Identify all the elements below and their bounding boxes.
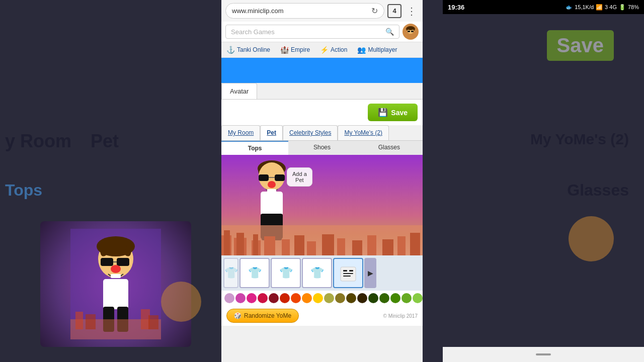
empire-icon: 🏰 (280, 46, 289, 54)
svg-rect-6 (117, 258, 129, 266)
copyright-text: © Miniclip 2017 (383, 313, 418, 319)
svg-rect-41 (224, 230, 230, 255)
color-swatch-16[interactable] (401, 293, 412, 303)
shirt-icon-1: 👕 (224, 266, 238, 280)
nav-tabs: ⚓ Tanki Online 🏰 Empire ⚡ Action 👥 Multi… (221, 42, 423, 58)
svg-rect-35 (261, 192, 283, 216)
bg-save-btn: Save (547, 30, 614, 61)
bg-glasses-label: Glasses (567, 181, 629, 200)
tanki-icon: ⚓ (226, 46, 235, 54)
svg-rect-61 (343, 276, 351, 277)
status-signal-text: 15,1K/d (575, 4, 594, 10)
battery-text: 78% (628, 4, 639, 10)
multiplayer-icon: 👥 (357, 46, 366, 54)
nav-tab-action[interactable]: ⚡ Action (315, 42, 352, 57)
save-icon: 💾 (378, 108, 388, 117)
browser-menu-button[interactable]: ⋮ (405, 5, 419, 17)
status-time: 19:36 (448, 4, 464, 11)
shirt-icon-2: 👕 (248, 266, 262, 280)
cloth-tab-shoes[interactable]: Shoes (288, 141, 355, 155)
bg-room-label: y Room (5, 131, 71, 152)
city-silhouette-svg (221, 225, 423, 255)
clothing-sub-tabs: Tops Shoes Glasses (221, 141, 423, 155)
color-swatch-1[interactable] (235, 293, 246, 303)
nav-tab-multiplayer[interactable]: 👥 Multiplayer (352, 42, 402, 57)
add-pet-label: Add a Pet (292, 171, 307, 183)
color-swatch-13[interactable] (368, 293, 378, 303)
color-swatch-3[interactable] (258, 293, 268, 303)
svg-rect-50 (322, 234, 334, 255)
signal-icon: 🐟 (566, 4, 573, 11)
svg-rect-9 (111, 274, 121, 278)
avatar-tab[interactable]: Avatar (221, 83, 257, 99)
color-swatch-10[interactable] (335, 293, 345, 303)
color-swatch-14[interactable] (379, 293, 389, 303)
status-icons: 🐟 15,1K/d 📶 3 4G 🔋 78% (566, 4, 639, 11)
avatar-tab-row: Avatar (221, 83, 423, 100)
clothing-item-selected[interactable] (333, 258, 363, 288)
svg-rect-49 (307, 241, 316, 255)
avatar-display-area: Add a Pet (221, 155, 423, 255)
save-button[interactable]: 💾 Save (368, 104, 418, 121)
clothing-item-4[interactable]: 👕 (302, 258, 332, 288)
cloth-tab-glasses[interactable]: Glasses (356, 141, 423, 155)
color-swatch-9[interactable] (324, 293, 334, 303)
category-tabs: My Room Pet Celebrity Styles My YoMe's (… (221, 125, 423, 141)
drag-handle-icon (536, 353, 551, 355)
reload-button[interactable]: ↻ (371, 6, 378, 16)
shirt-icon-4: 👕 (310, 266, 324, 280)
carousel-next-button[interactable]: ▶ (364, 258, 376, 288)
search-input-wrapper[interactable]: Search Games 🔍 (225, 25, 399, 39)
cat-tab-pet[interactable]: Pet (260, 125, 283, 140)
svg-rect-17 (148, 315, 158, 329)
svg-rect-48 (294, 235, 304, 255)
bottom-row: 🎲 Randomize YoMe © Miniclip 2017 (221, 306, 423, 326)
user-avatar-img (404, 25, 418, 39)
cloth-tab-tops[interactable]: Tops (221, 141, 288, 155)
cat-tab-myroom[interactable]: My Room (221, 125, 260, 140)
svg-rect-53 (367, 235, 376, 255)
color-swatch-15[interactable] (390, 293, 400, 303)
svg-rect-54 (382, 239, 393, 255)
user-avatar[interactable] (403, 24, 419, 40)
clothing-carousel: 👕 👕 👕 👕 ▶ (221, 255, 423, 291)
randomize-button[interactable]: 🎲 Randomize YoMe (226, 309, 299, 323)
svg-rect-52 (352, 240, 362, 255)
action-icon: ⚡ (320, 46, 329, 54)
background-left: y Room Pet Tops (0, 0, 221, 362)
empire-label: Empire (291, 46, 310, 53)
svg-rect-56 (410, 233, 420, 255)
svg-rect-14 (75, 312, 83, 329)
randomize-icon: 🎲 (234, 312, 242, 319)
address-bar-row: www.miniclip.com ↻ 4 ⋮ (221, 0, 423, 22)
cat-tab-celebrity[interactable]: Celebrity Styles (283, 125, 338, 140)
clothing-item-2[interactable]: 👕 (239, 258, 270, 288)
randomize-label: Randomize YoMe (244, 312, 291, 319)
color-swatch-0[interactable] (224, 293, 234, 303)
bg-avatar-area (40, 221, 191, 347)
color-swatch-7[interactable] (302, 293, 312, 303)
color-swatch-5[interactable] (280, 293, 290, 303)
color-swatch-17[interactable] (413, 293, 423, 303)
svg-rect-24 (411, 31, 414, 32)
color-swatch-2[interactable] (247, 293, 257, 303)
address-bar[interactable]: www.miniclip.com ↻ (225, 3, 384, 19)
clothing-item-1[interactable]: 👕 (223, 258, 238, 288)
clothing-item-3[interactable]: 👕 (271, 258, 301, 288)
nav-tab-empire[interactable]: 🏰 Empire (275, 42, 315, 57)
color-swatch-12[interactable] (357, 293, 367, 303)
tab-count-badge[interactable]: 4 (387, 4, 401, 18)
nav-tab-tanki[interactable]: ⚓ Tanki Online (221, 42, 275, 57)
status-bar: 19:36 🐟 15,1K/d 📶 3 4G 🔋 78% (443, 0, 644, 14)
cat-tab-yome[interactable]: My YoMe's (2) (338, 125, 389, 140)
bg-circle-right (569, 216, 614, 261)
color-swatches (221, 291, 423, 306)
color-swatch-11[interactable] (346, 293, 356, 303)
bottom-handle (443, 347, 644, 362)
tanki-label: Tanki Online (237, 46, 270, 53)
color-swatch-6[interactable] (291, 293, 301, 303)
color-swatch-8[interactable] (313, 293, 323, 303)
color-swatch-4[interactable] (269, 293, 279, 303)
svg-rect-46 (264, 236, 275, 255)
bg-save-label: Save (557, 34, 604, 56)
